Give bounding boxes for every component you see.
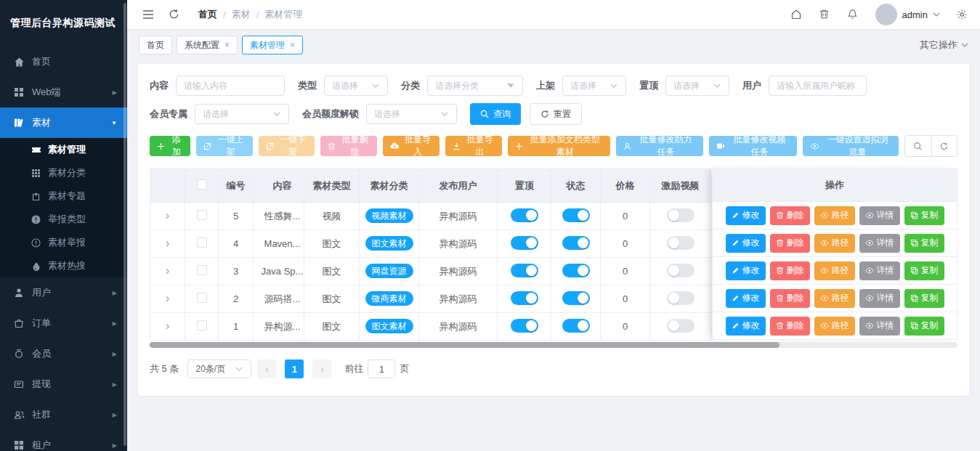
more-operations-dropdown[interactable]: 其它操作 <box>920 38 968 52</box>
trash-icon[interactable] <box>819 9 831 21</box>
sidebar-item-material-topic[interactable]: 素材专题 <box>0 184 127 208</box>
top-filter-select[interactable]: 请选择 <box>665 76 729 96</box>
batch-add-doc-material-button[interactable]: 批量添加文档类型素材 <box>508 136 610 156</box>
next-page-button[interactable]: › <box>312 359 331 378</box>
sidebar-item-orders[interactable]: 订单 ▶ <box>0 308 127 338</box>
sidebar-item-material-report[interactable]: 素材举报 <box>0 231 127 254</box>
type-filter-select[interactable]: 请选择 <box>324 76 388 96</box>
detail-button[interactable]: 详情 <box>859 317 900 336</box>
expand-row-icon[interactable]: › <box>166 237 170 249</box>
row-checkbox[interactable] <box>197 265 207 275</box>
sidebar-item-material-category[interactable]: 素材分类 <box>0 161 127 184</box>
path-button[interactable]: 路径 <box>814 206 855 225</box>
top-toggle[interactable] <box>511 208 538 222</box>
select-all-checkbox[interactable] <box>197 179 207 190</box>
batch-edit-video-task-button[interactable]: 批量修改视频任务 <box>709 136 797 156</box>
refresh-icon[interactable] <box>168 8 181 21</box>
sidebar-item-users[interactable]: 用户 ▶ <box>0 277 127 308</box>
page-number-current[interactable]: 1 <box>285 359 304 378</box>
batch-off-shelf-button[interactable]: 一键下架 <box>259 136 315 156</box>
row-checkbox[interactable] <box>197 293 207 303</box>
copy-button[interactable]: 复制 <box>904 289 944 308</box>
content-filter-input[interactable] <box>176 76 285 96</box>
collapse-menu-icon[interactable] <box>142 8 155 21</box>
reward-video-toggle[interactable] <box>667 208 694 222</box>
sidebar-item-tenant[interactable]: 租户 ▶ <box>0 430 127 451</box>
reset-button[interactable]: 重置 <box>530 103 582 125</box>
tab-system-config[interactable]: 系统配置 × <box>177 36 238 54</box>
sidebar-item-material-manage[interactable]: 素材管理 <box>0 138 127 161</box>
breadcrumb-home[interactable]: 首页 <box>198 8 217 21</box>
sidebar-item-material[interactable]: 素材 ▼ <box>0 107 127 138</box>
delete-button[interactable]: 删除 <box>770 234 810 253</box>
edit-button[interactable]: 修改 <box>726 261 766 280</box>
top-toggle[interactable] <box>511 236 538 250</box>
delete-button[interactable]: 删除 <box>770 261 810 280</box>
batch-delete-button[interactable]: 批量删除 <box>320 136 377 156</box>
sidebar-item-community[interactable]: 社群 ▶ <box>0 399 127 430</box>
detail-button[interactable]: 详情 <box>859 234 900 253</box>
member-only-filter-select[interactable]: 请选择 <box>195 104 289 124</box>
batch-import-button[interactable]: 批量导入 <box>383 136 440 156</box>
sidebar-item-report-type[interactable]: 举报类型 <box>0 208 127 231</box>
edit-button[interactable]: 修改 <box>726 289 766 308</box>
refresh-icon[interactable] <box>931 136 957 156</box>
path-button[interactable]: 路径 <box>814 317 855 336</box>
delete-button[interactable]: 删除 <box>770 206 810 225</box>
tab-material-manage[interactable]: 素材管理 × <box>242 36 303 54</box>
reward-video-toggle[interactable] <box>667 236 694 250</box>
row-checkbox[interactable] <box>197 210 207 220</box>
copy-button[interactable]: 复制 <box>904 206 944 225</box>
category-filter-select[interactable]: 请选择分类 <box>427 76 523 96</box>
row-checkbox[interactable] <box>197 320 207 330</box>
detail-button[interactable]: 详情 <box>859 261 900 280</box>
sidebar-item-home[interactable]: 首页 <box>0 46 127 77</box>
status-toggle[interactable] <box>562 264 590 277</box>
scrollbar-thumb[interactable] <box>150 342 779 348</box>
set-virtual-views-button[interactable]: 一键设置虚拟浏览量 <box>803 136 899 156</box>
search-button[interactable]: 查询 <box>470 103 521 125</box>
shelf-filter-select[interactable]: 请选择 <box>562 76 626 96</box>
user-menu[interactable]: admin <box>875 4 940 25</box>
bell-icon[interactable] <box>847 9 859 21</box>
row-checkbox[interactable] <box>197 237 207 248</box>
delete-button[interactable]: 删除 <box>770 289 810 308</box>
reward-video-toggle[interactable] <box>667 319 694 333</box>
sidebar-item-web[interactable]: Web端 ▶ <box>0 77 127 107</box>
home-icon[interactable] <box>790 9 803 21</box>
edit-button[interactable]: 修改 <box>726 234 766 253</box>
page-size-select[interactable]: 20条/页 <box>187 359 251 378</box>
sidebar-item-withdraw[interactable]: 提现 ▶ <box>0 369 127 399</box>
tab-home[interactable]: 首页 <box>139 36 172 54</box>
top-toggle[interactable] <box>511 319 538 333</box>
search-icon[interactable] <box>905 136 931 156</box>
top-toggle[interactable] <box>511 291 538 305</box>
close-icon[interactable]: × <box>290 41 295 49</box>
path-button[interactable]: 路径 <box>814 289 855 308</box>
copy-button[interactable]: 复制 <box>904 234 944 253</box>
edit-button[interactable]: 修改 <box>726 317 766 336</box>
expand-row-icon[interactable]: › <box>166 320 170 332</box>
expand-row-icon[interactable]: › <box>166 292 170 304</box>
expand-row-icon[interactable]: › <box>166 264 170 277</box>
status-toggle[interactable] <box>562 291 590 305</box>
reward-video-toggle[interactable] <box>667 291 694 305</box>
breadcrumb-material[interactable]: 素材 <box>232 8 251 21</box>
detail-button[interactable]: 详情 <box>859 289 900 308</box>
prev-page-button[interactable]: ‹ <box>257 359 276 378</box>
copy-button[interactable]: 复制 <box>904 261 944 280</box>
sidebar-item-material-hot[interactable]: 素材热搜 <box>0 254 127 277</box>
expand-row-icon[interactable]: › <box>166 209 170 222</box>
delete-button[interactable]: 删除 <box>770 317 810 336</box>
detail-button[interactable]: 详情 <box>859 206 900 225</box>
path-button[interactable]: 路径 <box>814 261 855 280</box>
edit-button[interactable]: 修改 <box>726 206 766 225</box>
status-toggle[interactable] <box>562 319 590 333</box>
close-icon[interactable]: × <box>224 41 230 49</box>
path-button[interactable]: 路径 <box>814 234 855 253</box>
gear-icon[interactable] <box>956 9 968 21</box>
top-toggle[interactable] <box>511 264 538 277</box>
copy-button[interactable]: 复制 <box>904 317 944 336</box>
quota-filter-select[interactable]: 请选择 <box>366 104 457 124</box>
sidebar-item-members[interactable]: 会员 ▶ <box>0 338 127 369</box>
